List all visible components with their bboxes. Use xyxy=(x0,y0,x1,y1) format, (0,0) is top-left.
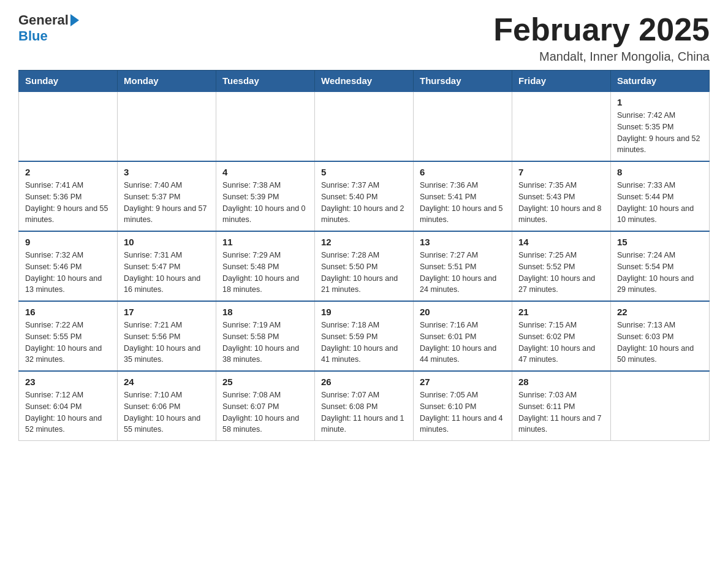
calendar-cell: 8Sunrise: 7:33 AM Sunset: 5:44 PM Daylig… xyxy=(611,161,710,231)
calendar-cell: 11Sunrise: 7:29 AM Sunset: 5:48 PM Dayli… xyxy=(216,231,315,301)
day-number: 23 xyxy=(25,377,111,387)
day-number: 19 xyxy=(321,307,407,317)
day-info: Sunrise: 7:40 AM Sunset: 5:37 PM Dayligh… xyxy=(124,180,210,226)
calendar-cell: 20Sunrise: 7:16 AM Sunset: 6:01 PM Dayli… xyxy=(414,301,512,371)
day-number: 28 xyxy=(518,377,604,387)
month-title: February 2025 xyxy=(493,12,710,47)
day-info: Sunrise: 7:42 AM Sunset: 5:35 PM Dayligh… xyxy=(617,110,703,156)
calendar-cell xyxy=(512,91,611,161)
calendar-cell: 2Sunrise: 7:41 AM Sunset: 5:36 PM Daylig… xyxy=(19,161,118,231)
day-number: 14 xyxy=(518,237,604,247)
calendar-cell: 13Sunrise: 7:27 AM Sunset: 5:51 PM Dayli… xyxy=(414,231,512,301)
day-info: Sunrise: 7:21 AM Sunset: 5:56 PM Dayligh… xyxy=(124,320,210,366)
weekday-header-wednesday: Wednesday xyxy=(315,71,414,92)
day-info: Sunrise: 7:38 AM Sunset: 5:39 PM Dayligh… xyxy=(222,180,308,226)
day-info: Sunrise: 7:22 AM Sunset: 5:55 PM Dayligh… xyxy=(25,320,111,366)
day-number: 3 xyxy=(124,167,210,177)
day-info: Sunrise: 7:33 AM Sunset: 5:44 PM Dayligh… xyxy=(617,180,703,226)
day-info: Sunrise: 7:16 AM Sunset: 6:01 PM Dayligh… xyxy=(420,320,506,366)
weekday-header-sunday: Sunday xyxy=(19,71,118,92)
day-info: Sunrise: 7:36 AM Sunset: 5:41 PM Dayligh… xyxy=(420,180,506,226)
page-header: General Blue February 2025 Mandalt, Inne… xyxy=(18,12,710,64)
calendar-week-row: 1Sunrise: 7:42 AM Sunset: 5:35 PM Daylig… xyxy=(19,91,710,161)
day-number: 8 xyxy=(617,167,703,177)
day-number: 11 xyxy=(222,237,308,247)
day-info: Sunrise: 7:25 AM Sunset: 5:52 PM Dayligh… xyxy=(518,250,604,296)
calendar-cell: 22Sunrise: 7:13 AM Sunset: 6:03 PM Dayli… xyxy=(611,301,710,371)
calendar-week-row: 9Sunrise: 7:32 AM Sunset: 5:46 PM Daylig… xyxy=(19,231,710,301)
weekday-header-monday: Monday xyxy=(118,71,216,92)
calendar-cell: 24Sunrise: 7:10 AM Sunset: 6:06 PM Dayli… xyxy=(118,371,216,441)
title-section: February 2025 Mandalt, Inner Mongolia, C… xyxy=(493,12,710,64)
day-info: Sunrise: 7:13 AM Sunset: 6:03 PM Dayligh… xyxy=(617,320,703,366)
day-info: Sunrise: 7:29 AM Sunset: 5:48 PM Dayligh… xyxy=(222,250,308,296)
day-number: 15 xyxy=(617,237,703,247)
calendar-cell: 9Sunrise: 7:32 AM Sunset: 5:46 PM Daylig… xyxy=(19,231,118,301)
calendar-table: SundayMondayTuesdayWednesdayThursdayFrid… xyxy=(18,70,710,441)
day-info: Sunrise: 7:28 AM Sunset: 5:50 PM Dayligh… xyxy=(321,250,407,296)
day-info: Sunrise: 7:18 AM Sunset: 5:59 PM Dayligh… xyxy=(321,320,407,366)
calendar-cell: 18Sunrise: 7:19 AM Sunset: 5:58 PM Dayli… xyxy=(216,301,315,371)
location-text: Mandalt, Inner Mongolia, China xyxy=(493,50,710,64)
day-number: 25 xyxy=(222,377,308,387)
logo-triangle-icon xyxy=(70,14,79,26)
calendar-cell xyxy=(19,91,118,161)
day-info: Sunrise: 7:24 AM Sunset: 5:54 PM Dayligh… xyxy=(617,250,703,296)
day-info: Sunrise: 7:32 AM Sunset: 5:46 PM Dayligh… xyxy=(25,250,111,296)
calendar-cell xyxy=(611,371,710,441)
day-number: 26 xyxy=(321,377,407,387)
calendar-cell: 7Sunrise: 7:35 AM Sunset: 5:43 PM Daylig… xyxy=(512,161,611,231)
calendar-cell: 25Sunrise: 7:08 AM Sunset: 6:07 PM Dayli… xyxy=(216,371,315,441)
calendar-cell: 1Sunrise: 7:42 AM Sunset: 5:35 PM Daylig… xyxy=(611,91,710,161)
calendar-cell: 21Sunrise: 7:15 AM Sunset: 6:02 PM Dayli… xyxy=(512,301,611,371)
calendar-cell: 14Sunrise: 7:25 AM Sunset: 5:52 PM Dayli… xyxy=(512,231,611,301)
day-info: Sunrise: 7:08 AM Sunset: 6:07 PM Dayligh… xyxy=(222,389,308,435)
calendar-cell: 19Sunrise: 7:18 AM Sunset: 5:59 PM Dayli… xyxy=(315,301,414,371)
day-number: 6 xyxy=(420,167,506,177)
day-number: 21 xyxy=(518,307,604,317)
calendar-cell: 6Sunrise: 7:36 AM Sunset: 5:41 PM Daylig… xyxy=(414,161,512,231)
day-info: Sunrise: 7:05 AM Sunset: 6:10 PM Dayligh… xyxy=(420,389,506,435)
day-number: 7 xyxy=(518,167,604,177)
day-info: Sunrise: 7:10 AM Sunset: 6:06 PM Dayligh… xyxy=(124,389,210,435)
day-number: 1 xyxy=(617,97,703,107)
day-number: 24 xyxy=(124,377,210,387)
calendar-cell: 17Sunrise: 7:21 AM Sunset: 5:56 PM Dayli… xyxy=(118,301,216,371)
calendar-cell: 15Sunrise: 7:24 AM Sunset: 5:54 PM Dayli… xyxy=(611,231,710,301)
logo-blue-text: Blue xyxy=(18,28,48,44)
calendar-cell: 23Sunrise: 7:12 AM Sunset: 6:04 PM Dayli… xyxy=(19,371,118,441)
calendar-cell: 3Sunrise: 7:40 AM Sunset: 5:37 PM Daylig… xyxy=(118,161,216,231)
day-info: Sunrise: 7:15 AM Sunset: 6:02 PM Dayligh… xyxy=(518,320,604,366)
calendar-cell xyxy=(414,91,512,161)
weekday-header-thursday: Thursday xyxy=(414,71,512,92)
day-info: Sunrise: 7:31 AM Sunset: 5:47 PM Dayligh… xyxy=(124,250,210,296)
day-info: Sunrise: 7:35 AM Sunset: 5:43 PM Dayligh… xyxy=(518,180,604,226)
day-number: 27 xyxy=(420,377,506,387)
day-number: 12 xyxy=(321,237,407,247)
calendar-cell: 12Sunrise: 7:28 AM Sunset: 5:50 PM Dayli… xyxy=(315,231,414,301)
calendar-cell: 26Sunrise: 7:07 AM Sunset: 6:08 PM Dayli… xyxy=(315,371,414,441)
calendar-week-row: 2Sunrise: 7:41 AM Sunset: 5:36 PM Daylig… xyxy=(19,161,710,231)
logo-general-text: General xyxy=(18,12,69,28)
day-number: 4 xyxy=(222,167,308,177)
day-info: Sunrise: 7:03 AM Sunset: 6:11 PM Dayligh… xyxy=(518,389,604,435)
calendar-header-row: SundayMondayTuesdayWednesdayThursdayFrid… xyxy=(19,71,710,92)
calendar-cell: 28Sunrise: 7:03 AM Sunset: 6:11 PM Dayli… xyxy=(512,371,611,441)
calendar-cell: 27Sunrise: 7:05 AM Sunset: 6:10 PM Dayli… xyxy=(414,371,512,441)
logo: General Blue xyxy=(18,12,79,44)
day-number: 16 xyxy=(25,307,111,317)
day-number: 13 xyxy=(420,237,506,247)
day-number: 20 xyxy=(420,307,506,317)
day-number: 22 xyxy=(617,307,703,317)
day-info: Sunrise: 7:27 AM Sunset: 5:51 PM Dayligh… xyxy=(420,250,506,296)
calendar-cell: 5Sunrise: 7:37 AM Sunset: 5:40 PM Daylig… xyxy=(315,161,414,231)
calendar-cell: 16Sunrise: 7:22 AM Sunset: 5:55 PM Dayli… xyxy=(19,301,118,371)
weekday-header-saturday: Saturday xyxy=(611,71,710,92)
day-number: 9 xyxy=(25,237,111,247)
day-info: Sunrise: 7:19 AM Sunset: 5:58 PM Dayligh… xyxy=(222,320,308,366)
calendar-cell xyxy=(315,91,414,161)
day-number: 10 xyxy=(124,237,210,247)
day-number: 18 xyxy=(222,307,308,317)
calendar-cell xyxy=(216,91,315,161)
day-info: Sunrise: 7:41 AM Sunset: 5:36 PM Dayligh… xyxy=(25,180,111,226)
